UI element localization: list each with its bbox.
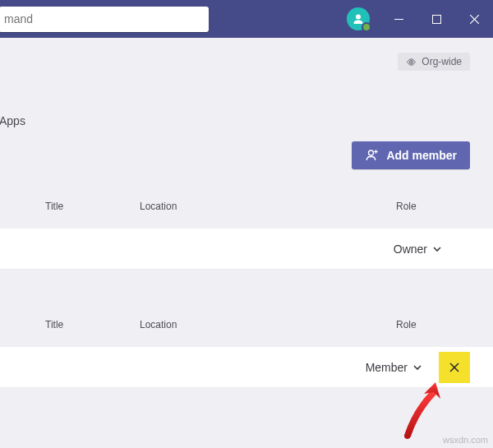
org-wide-badge: Org-wide: [398, 53, 470, 71]
maximize-button[interactable]: [417, 0, 455, 38]
x-icon: [449, 363, 459, 372]
tab-apps[interactable]: Apps: [0, 111, 34, 136]
watermark: wsxdn.com: [443, 435, 488, 445]
remove-member-button[interactable]: [439, 352, 470, 383]
column-title: Title: [0, 201, 140, 212]
column-role: Role: [396, 319, 470, 330]
eye-icon: [406, 57, 417, 67]
owner-row: Owner: [0, 229, 493, 270]
svg-point-0: [356, 15, 361, 20]
org-wide-label: Org-wide: [422, 56, 462, 67]
role-value: Member: [366, 361, 408, 374]
add-member-label: Add member: [386, 149, 457, 162]
role-value: Owner: [394, 242, 427, 256]
minimize-button[interactable]: [380, 0, 417, 38]
role-select-member[interactable]: Member: [366, 361, 422, 374]
column-role: Role: [396, 201, 470, 212]
column-location: Location: [140, 201, 396, 212]
add-member-button[interactable]: Add member: [352, 141, 470, 169]
svg-rect-2: [432, 15, 440, 23]
avatar[interactable]: [347, 7, 370, 30]
column-location: Location: [140, 319, 396, 330]
close-icon: [470, 15, 479, 24]
maximize-icon: [432, 15, 441, 24]
content-area: Org-wide Apps Add member Title Location …: [0, 38, 493, 388]
add-person-icon: [365, 148, 380, 163]
svg-point-6: [369, 150, 374, 155]
close-button[interactable]: [455, 0, 493, 38]
column-title: Title: [0, 319, 140, 330]
annotation-arrow-icon: [399, 382, 457, 440]
chevron-down-icon: [432, 244, 442, 254]
svg-rect-1: [394, 19, 403, 20]
members-header: Title Location Role: [0, 303, 493, 347]
chevron-down-icon: [412, 363, 422, 372]
svg-point-5: [411, 61, 412, 62]
search-text: mand: [4, 12, 33, 25]
presence-available-icon: [362, 22, 371, 32]
minimize-icon: [394, 15, 403, 24]
titlebar: mand: [0, 0, 493, 38]
role-select-owner[interactable]: Owner: [394, 242, 442, 256]
member-row: Member: [0, 347, 493, 388]
owners-header: Title Location Role: [0, 184, 493, 229]
search-input[interactable]: mand: [0, 7, 209, 32]
